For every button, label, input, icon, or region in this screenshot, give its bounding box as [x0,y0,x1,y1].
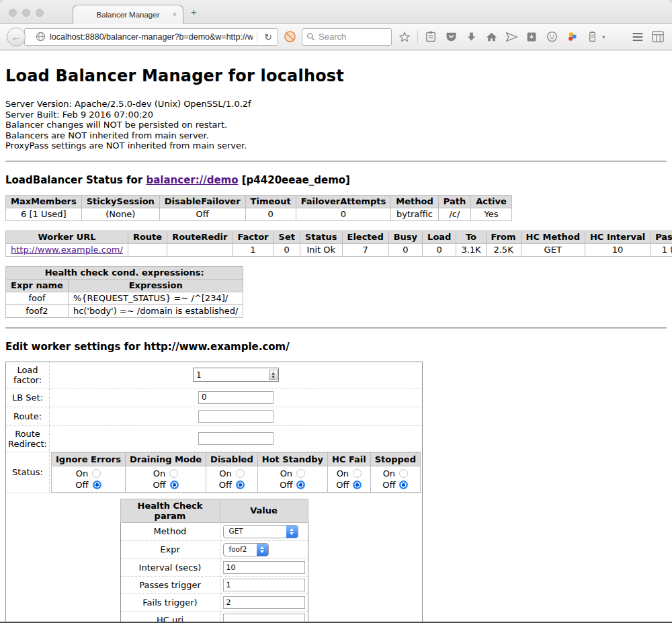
zoom-window-button[interactable] [36,9,44,17]
on-label: On [383,468,395,479]
lb-set-input[interactable] [198,391,274,404]
disabled-off-radio[interactable] [236,481,245,489]
balancer-demo-link[interactable]: balancer://demo [146,174,238,186]
pocket-icon[interactable] [444,30,458,44]
url-text[interactable]: localhost:8880/balancer-manager?b=demo&w… [50,32,253,42]
col-method: Method [391,195,438,208]
on-label: On [337,468,349,479]
divider [5,327,667,329]
back-button[interactable]: ← [7,28,26,46]
table-row: http://www.example.com/ 1 0 Init Ok 7 0 … [6,243,672,256]
col-draining-mode: Draining Mode [125,452,206,466]
send-tab-icon[interactable] [504,30,519,44]
col-busy: Busy [388,231,422,243]
stopped-on-radio[interactable] [399,469,408,478]
hc-uri-input[interactable] [223,614,305,623]
cell-maxmembers: 6 [1 Used] [6,208,82,220]
balancer-status-heading: LoadBalancer Status for balancer://demo … [5,174,667,186]
route-redirect-input[interactable] [198,432,274,445]
form-row-status: Status: Ignore Errors Draining Mode Disa… [6,452,423,493]
load-factor-stepper[interactable]: ▲▼ [193,368,279,382]
new-tab-button[interactable]: + [191,6,197,17]
window-controls[interactable] [9,9,44,17]
load-factor-input[interactable] [194,370,269,380]
overflow-caret-icon[interactable]: ▾ [602,34,605,40]
page-title: Load Balancer Manager for localhost [5,67,667,85]
route-input[interactable] [198,410,274,423]
reading-list-icon[interactable] [423,30,438,44]
hc-expr-select[interactable]: foof2 [223,543,269,556]
browser-window: Balancer Manager × + ← localhost:8880/ba… [0,0,672,623]
hc-passes-input[interactable] [223,579,305,591]
cell-to: 3.1K [456,243,486,256]
ignore-errors-on-radio[interactable] [92,469,101,478]
table-row: foof %{REQUEST_STATUS} =~ /^[234]/ [6,292,243,304]
heading-suffix: [p4420eeae_demo] [239,174,350,186]
disabled-on-radio[interactable] [236,469,245,478]
route-label: Route: [6,407,50,425]
hc-method-select[interactable]: GET [223,525,298,538]
table-header-row: Expr name Expression [6,279,243,292]
colored-dots-extension-icon[interactable] [564,30,579,44]
status-radios-table: Ignore Errors Draining Mode Disabled Hot… [51,452,421,493]
worker-url-link[interactable]: http://www.example.com/ [11,245,123,255]
cell-expression: hc('body') =~ /domain is established/ [68,304,243,317]
search-bar[interactable] [302,28,392,46]
form-row-lb-set: LB Set: [6,388,423,407]
cell-active: Yes [471,208,512,220]
draining-mode-on-radio[interactable] [169,469,178,478]
adblock-icon[interactable] [284,30,296,43]
divider [5,161,667,162]
globe-icon [36,32,46,42]
minimize-window-button[interactable] [22,9,30,17]
proxypass-note-line: ProxyPass settings are NOT inherited fro… [5,140,667,151]
panel-download-icon[interactable] [524,30,539,44]
inherit-note-line: Balancers are NOT inherited from main se… [5,130,667,141]
device-battery-icon[interactable] [585,30,599,44]
downloads-icon[interactable] [464,30,478,44]
hc-fail-on-radio[interactable] [353,469,362,478]
on-label: On [280,468,292,479]
edit-worker-heading: Edit worker settings for http://www.exam… [5,341,667,353]
hc-fails-input[interactable] [223,596,305,609]
hc-method-row: Method GET [120,522,308,540]
col-expression: Expression [68,279,243,292]
tab-balancer-manager[interactable]: Balancer Manager × [73,5,183,24]
cell-elected: 7 [342,243,388,256]
page-content: Load Balancer Manager for localhost Serv… [0,50,672,623]
heading-prefix: LoadBalancer Status for [5,174,146,186]
col-stickysession: StickySession [81,195,159,208]
col-expr-name: Expr name [6,279,69,292]
menu-hamburger-icon[interactable] [630,30,645,44]
hc-interval-input[interactable] [223,561,305,574]
table-row: foof2 hc('body') =~ /domain is establish… [6,304,243,317]
ignore-errors-off-radio[interactable] [93,481,101,489]
bookmark-star-icon[interactable] [397,30,412,44]
nav-toolbar: ← localhost:8880/balancer-manager?b=demo… [0,24,672,50]
hot-standby-off-radio[interactable] [296,481,305,489]
draining-mode-off-radio[interactable] [170,481,179,489]
hc-method-selected-value: GET [224,526,286,538]
stepper-arrows-icon[interactable]: ▲▼ [269,370,278,380]
cell-busy: 0 [388,243,422,256]
col-health-check-param: Health Check param [120,499,220,522]
tab-groups-icon[interactable] [650,30,665,44]
off-label: Off [336,480,349,490]
feedback-smiley-icon[interactable] [544,30,559,44]
table-row: 6 [1 Used] (None) Off 0 0 bytraffic /c/ … [6,208,512,220]
search-icon [306,32,315,41]
tab-close-icon[interactable]: × [173,11,177,18]
hot-standby-on-radio[interactable] [296,469,305,478]
close-window-button[interactable] [9,9,17,17]
table-header-row: MaxMembers StickySession DisableFailover… [6,195,512,208]
col-elected: Elected [342,231,388,243]
stopped-off-radio[interactable] [399,481,408,489]
hc-fail-off-radio[interactable] [353,481,362,489]
col-active: Active [471,195,512,208]
cell-failoverattempts: 0 [296,208,391,220]
hc-fails-label: Fails trigger) [120,593,220,611]
home-icon[interactable] [484,30,499,44]
search-input[interactable] [319,32,379,42]
reload-icon[interactable]: ↻ [261,32,275,42]
url-bar[interactable]: localhost:8880/balancer-manager?b=demo&w… [24,28,278,46]
